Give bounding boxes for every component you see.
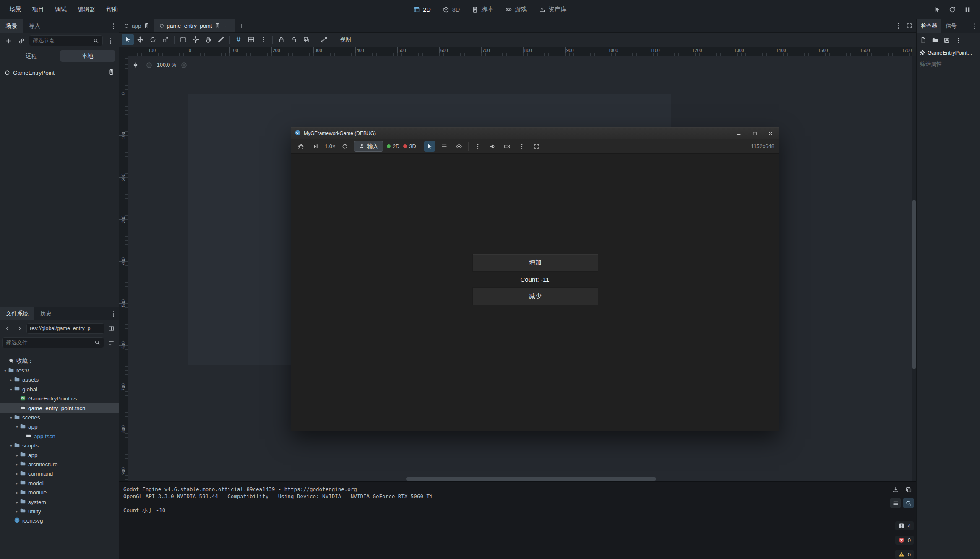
expander-icon[interactable]: ▸ <box>14 509 20 514</box>
fs-forward-button[interactable] <box>14 323 25 334</box>
maximize-button[interactable] <box>747 128 763 139</box>
errors-count-badge[interactable]: 0 <box>895 536 914 545</box>
minimize-button[interactable] <box>731 128 747 139</box>
fs-item-scenes[interactable]: ▾scenes <box>0 413 119 422</box>
unlock-tool-button[interactable] <box>288 34 300 45</box>
filter-messages-button[interactable] <box>890 498 901 508</box>
expander-icon[interactable]: ▸ <box>14 471 20 476</box>
fs-item-system[interactable]: ▸system <box>0 497 119 507</box>
filesystem-dock-tab-history[interactable]: 历史 <box>34 307 57 320</box>
fs-item-icon-svg[interactable]: icon.svg <box>0 516 119 525</box>
game-window-titlebar[interactable]: MyGFrameworkGame (DEBUG) <box>291 128 779 139</box>
vertical-scrollbar[interactable] <box>912 56 916 481</box>
distraction-free-icon[interactable] <box>904 21 915 31</box>
inspector-dock-tab-signals[interactable]: 信号 <box>941 19 961 33</box>
input-mode-button[interactable]: 输入 <box>354 141 383 152</box>
move-tool-button[interactable] <box>134 34 146 45</box>
expander-icon[interactable]: ▾ <box>8 387 14 392</box>
scene-tabs-dots-icon[interactable] <box>893 21 904 31</box>
expander-icon[interactable]: ▾ <box>14 424 20 429</box>
workspace-tab-script[interactable]: 脚本 <box>466 3 499 16</box>
ruler-tool-button[interactable] <box>215 34 227 45</box>
search-output-button[interactable] <box>903 498 914 508</box>
pick-node-button[interactable] <box>424 141 435 152</box>
pivot-tool-button[interactable] <box>190 34 202 45</box>
fs-item-architecture[interactable]: ▸architecture <box>0 460 119 469</box>
menu-debug[interactable]: 调试 <box>50 0 72 19</box>
add-node-button[interactable] <box>3 35 14 46</box>
snap-options-tool-button[interactable] <box>258 34 270 45</box>
horizontal-ruler[interactable]: -100010020030040050060070080090010001100… <box>128 47 912 56</box>
workspace-tab-3d[interactable]: 3D <box>437 4 466 16</box>
more-options-button[interactable] <box>472 141 483 152</box>
resource-options-button[interactable] <box>953 35 964 46</box>
horizontal-scrollbar-thumb[interactable] <box>406 477 656 481</box>
pause-game-button[interactable] <box>962 4 973 16</box>
workspace-tab-game[interactable]: 游戏 <box>500 3 532 16</box>
expander-icon[interactable]: ▸ <box>8 377 14 382</box>
fs-item-command[interactable]: ▸command <box>0 469 119 478</box>
copy-output-button[interactable] <box>903 484 914 495</box>
scene-dock-tab-scene[interactable]: 场景 <box>0 19 23 33</box>
warnings-count-badge[interactable]: 0 <box>895 550 914 559</box>
fs-item-scripts-app[interactable]: ▸app <box>0 450 119 460</box>
fs-item-model[interactable]: ▸model <box>0 478 119 488</box>
scene-tree-options-dots-icon[interactable] <box>105 35 116 46</box>
menu-help[interactable]: 帮助 <box>101 0 123 19</box>
filter-properties-input[interactable]: 筛选属性 <box>917 57 980 71</box>
workspace-tab-assetlib[interactable]: 资产库 <box>533 3 572 16</box>
rotate-tool-button[interactable] <box>147 34 159 45</box>
new-resource-button[interactable] <box>918 35 929 46</box>
save-resource-button[interactable] <box>941 35 952 46</box>
debug-pick-button[interactable] <box>931 4 943 16</box>
menu-project[interactable]: 项目 <box>27 0 50 19</box>
camera-options-button[interactable] <box>516 141 527 152</box>
mode-3d-indicator[interactable]: 3D <box>403 143 416 149</box>
fs-item-gameentrypoint-cs[interactable]: C#GameEntryPoint.cs <box>0 394 119 403</box>
select-tool-button[interactable] <box>122 34 134 45</box>
inspector-dock-tab-inspector[interactable]: 检查器 <box>917 19 941 33</box>
messages-count-badge[interactable]: 4 <box>895 521 914 530</box>
horizontal-scrollbar[interactable] <box>128 477 912 481</box>
next-frame-button[interactable] <box>310 141 321 152</box>
fs-item-module[interactable]: ▸module <box>0 488 119 497</box>
scene-tab-app[interactable]: app <box>119 19 154 32</box>
close-tab-icon[interactable] <box>223 22 230 30</box>
scene-dock-menu-dots-icon[interactable] <box>108 21 119 31</box>
save-output-button[interactable] <box>890 484 901 495</box>
close-window-button[interactable] <box>763 128 779 139</box>
fs-sort-icon[interactable] <box>106 337 117 348</box>
expander-icon[interactable]: ▾ <box>8 443 14 448</box>
node-list-button[interactable] <box>439 141 450 152</box>
expander-icon[interactable]: ▾ <box>8 415 14 420</box>
expander-icon[interactable]: ▸ <box>14 500 20 504</box>
group-tool-button[interactable] <box>300 34 313 45</box>
lock-tool-button[interactable] <box>275 34 287 45</box>
expander-icon[interactable]: ▸ <box>14 490 20 495</box>
expander-icon[interactable]: ▸ <box>14 453 20 458</box>
fs-item-app-tscn[interactable]: app.tscn <box>0 432 119 441</box>
inspector-dock-menu-dots-icon[interactable] <box>969 21 980 31</box>
fs-item-utility[interactable]: ▸utility <box>0 507 119 516</box>
vertical-scrollbar-thumb[interactable] <box>912 200 916 369</box>
filter-files-input[interactable]: 筛选文件 <box>2 337 104 348</box>
visibility-button[interactable] <box>454 141 464 152</box>
embed-fullscreen-button[interactable] <box>531 141 542 152</box>
mode-2d-indicator[interactable]: 2D <box>387 143 400 149</box>
view-menu-button[interactable]: 视图 <box>336 36 355 44</box>
fs-item-res-root[interactable]: ▾res:// <box>0 366 119 375</box>
expander-icon[interactable]: ▸ <box>14 462 20 467</box>
new-scene-tab-button[interactable] <box>235 19 248 32</box>
fs-item-game-entry-point-tscn[interactable]: game_entry_point.tscn <box>0 403 119 413</box>
inspected-node-row[interactable]: GameEntryPoint... <box>917 48 980 57</box>
menu-scene[interactable]: 场景 <box>4 0 27 19</box>
increase-button[interactable]: 增加 <box>472 254 598 272</box>
center-view-icon[interactable] <box>130 60 141 70</box>
skeleton-tool-button[interactable] <box>318 34 330 45</box>
scale-tool-button[interactable] <box>159 34 172 45</box>
filesystem-dock-tab-filesystem[interactable]: 文件系统 <box>0 307 34 320</box>
scene-dock-tab-import[interactable]: 导入 <box>23 19 46 33</box>
pan-tool-button[interactable] <box>202 34 214 45</box>
remote-tab-button[interactable]: 远程 <box>3 50 59 62</box>
restart-game-button[interactable] <box>946 4 958 16</box>
